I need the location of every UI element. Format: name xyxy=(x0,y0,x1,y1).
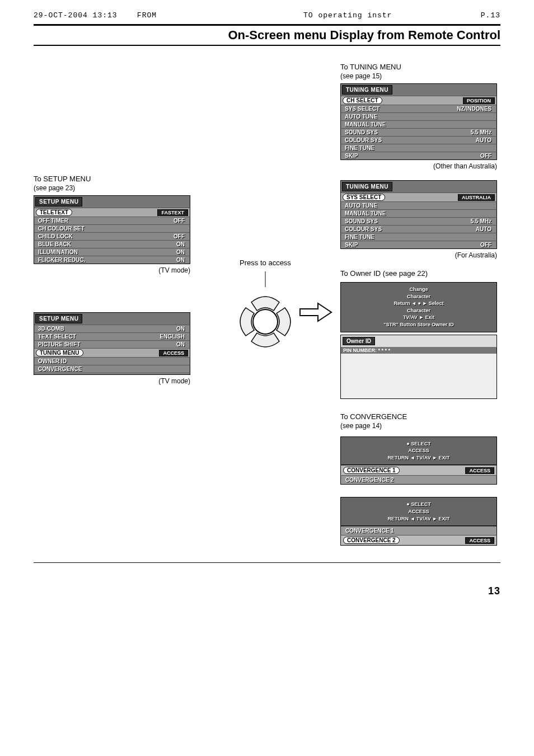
menu-item-value: ON xyxy=(176,257,188,263)
fax-to: TO operating instr xyxy=(303,11,392,20)
help-line: RETURN ◄ TV/AV ► EXIT xyxy=(344,515,493,523)
bottom-rule xyxy=(34,562,500,563)
menu-item-label: CH SELECT xyxy=(343,97,382,104)
menu-item-label: TELETEXT xyxy=(36,209,72,216)
menu-row: COLOUR SYS AUTO xyxy=(341,136,496,144)
help-line: "STR" Button Store Owner ID xyxy=(344,321,493,328)
menu-row: MANUAL TUNE xyxy=(341,209,496,217)
menu-row: AUTO TUNE xyxy=(341,112,496,120)
menu-item-value: ON xyxy=(176,341,188,348)
menu-item-label: SOUND SYS xyxy=(343,218,380,224)
menu-row: SKIP OFF xyxy=(341,241,496,248)
convergence-block-2: ● SELECT ACCESS RETURN ◄ TV/AV ► EXIT CO… xyxy=(340,497,497,546)
menu-item-value: 5.5 MHz xyxy=(471,129,495,135)
help-line: ● SELECT xyxy=(344,440,493,448)
menu-item-value: ACCESS xyxy=(465,467,494,474)
setup-menu2-caption: (TV mode) xyxy=(34,377,190,385)
menu-item-label: COLOUR SYS xyxy=(343,137,384,143)
menu-row: 3D-COMB ON xyxy=(34,325,190,332)
menu-item-value: AUSTRALIA xyxy=(458,194,495,201)
menu-item-label: FLICKER REDUC. xyxy=(36,257,87,263)
menu-item-value: ENGLISH xyxy=(160,334,188,340)
convergence-block-1: ● SELECT ACCESS RETURN ◄ TV/AV ► EXIT CO… xyxy=(340,436,497,485)
setup-sub: (see page 23) xyxy=(34,184,190,192)
menu-row: CONVERGENCE xyxy=(34,365,190,373)
tuning-menu-a: TUNING MENU CH SELECT POSITION SYS SELEC… xyxy=(340,83,497,160)
dpad-icon xyxy=(221,271,310,361)
setup-menu-1: SETUP MENU TELETEXT FASTEXT OFF TIMER OF… xyxy=(34,195,190,264)
menu-item-label: AUTO TUNE xyxy=(343,203,380,209)
menu-row: CHILD LOCK OFF xyxy=(34,232,190,240)
menu-item-value: OFF xyxy=(174,218,188,224)
menu-row: SKIP OFF xyxy=(341,152,496,159)
help-line: RETURN ◄ TV/AV ► EXIT xyxy=(344,454,493,462)
menu-row: SOUND SYS 5.5 MHz xyxy=(341,217,496,225)
tuning-a-caption: (Other than Australia) xyxy=(340,162,497,170)
tuning-sub: (see page 15) xyxy=(340,72,497,80)
owner-heading: To Owner ID (see page 22) xyxy=(340,269,497,278)
menu-item-label: PICTURE SHIFT xyxy=(36,341,83,348)
help-line: Return ◄ ● ► Select xyxy=(344,300,493,307)
menu-item-label: CONVERGENCE 1 xyxy=(343,528,396,534)
fax-date: 29-OCT-2004 13:13 xyxy=(34,11,118,20)
help-line: ACCESS xyxy=(344,447,493,454)
setup-menu1-caption: (TV mode) xyxy=(34,266,190,274)
menu-row: MANUAL TUNE xyxy=(341,120,496,128)
convergence-sub: (see page 14) xyxy=(340,422,497,430)
menu-row: AUTO TUNE xyxy=(341,201,496,209)
menu-item-label: FINE TUNE xyxy=(343,234,377,240)
menu-item-label: COLOUR SYS xyxy=(343,226,384,232)
menu-item-label: ILLUMINATION xyxy=(36,249,80,255)
menu-item-label: MANUAL TUNE xyxy=(343,210,388,217)
help-line: Character xyxy=(344,307,493,314)
menu-row: TELETEXT FASTEXT xyxy=(34,208,190,217)
menu-row xyxy=(34,373,190,374)
menu-item-label: SYS SELECT xyxy=(343,106,382,112)
owner-id-block: Owner ID PIN NUMBER: * * * * xyxy=(340,335,497,399)
menu-item-label: CHILD LOCK xyxy=(36,233,75,240)
help-line: Change xyxy=(344,286,493,293)
menu-row: FLICKER REDUC. ON xyxy=(34,256,190,264)
menu-item-label: TUNING MENU xyxy=(36,349,83,356)
owner-title: Owner ID xyxy=(343,337,375,345)
menu-item-value: ACCESS xyxy=(465,537,494,544)
menu-title: TUNING MENU xyxy=(342,85,392,95)
menu-title: SETUP MENU xyxy=(35,197,82,206)
menu-item-value: NZ/INDONES xyxy=(457,106,495,112)
convergence-heading: To CONVERGENCE xyxy=(340,412,497,421)
menu-row: SYS SELECT NZ/INDONES xyxy=(341,105,496,112)
page-number: 13 xyxy=(34,585,500,597)
menu-row: BLUE BACK ON xyxy=(34,240,190,248)
menu-item-value: ON xyxy=(176,241,188,247)
tuning-menu-b: TUNING MENU SYS SELECT AUSTRALIA AUTO TU… xyxy=(340,180,497,249)
fax-from: FROM xyxy=(137,11,157,20)
press-to-access-label: Press to access xyxy=(204,259,327,267)
arrow-right xyxy=(299,301,327,323)
help-line: ACCESS xyxy=(344,508,493,515)
menu-item-label: CONVERGENCE 1 xyxy=(343,467,400,474)
menu-item-value: OFF xyxy=(480,242,495,248)
menu-row: OWNER ID xyxy=(34,357,190,365)
setup-heading: To SETUP MENU xyxy=(34,175,190,183)
menu-item-value: OFF xyxy=(174,233,188,240)
menu-row: COLOUR SYS AUTO xyxy=(341,225,496,233)
help-line: ● SELECT xyxy=(344,501,493,508)
document-page: 29-OCT-2004 13:13 FROM TO operating inst… xyxy=(0,0,534,619)
menu-item-label: CH COLOUR SET xyxy=(36,226,87,232)
menu-item-value: POSITION xyxy=(463,97,495,104)
menu-row: PICTURE SHIFT ON xyxy=(34,340,190,348)
menu-item-value: FASTEXT xyxy=(157,209,188,216)
menu-row: CONVERGENCE 2 xyxy=(341,475,496,484)
fax-header: 29-OCT-2004 13:13 FROM TO operating inst… xyxy=(34,11,500,20)
menu-item-label: 3D-COMB xyxy=(36,326,67,332)
menu-item-value: AUTO xyxy=(476,226,495,232)
owner-pin-line: PIN NUMBER: * * * * xyxy=(341,347,496,354)
menu-item-label: OFF TIMER xyxy=(36,218,71,224)
menu-item-label: SKIP xyxy=(343,153,360,159)
menu-row: CH SELECT POSITION xyxy=(341,96,496,105)
setup-menu-2: SETUP MENU 3D-COMB ON TEXT SELECT ENGLIS… xyxy=(34,312,190,375)
menu-item-label: SOUND SYS xyxy=(343,129,380,135)
help-line: Character xyxy=(344,293,493,300)
menu-row: ILLUMINATION ON xyxy=(34,248,190,256)
owner-help-box: Change Character Return ◄ ● ► Select Cha… xyxy=(340,282,497,332)
